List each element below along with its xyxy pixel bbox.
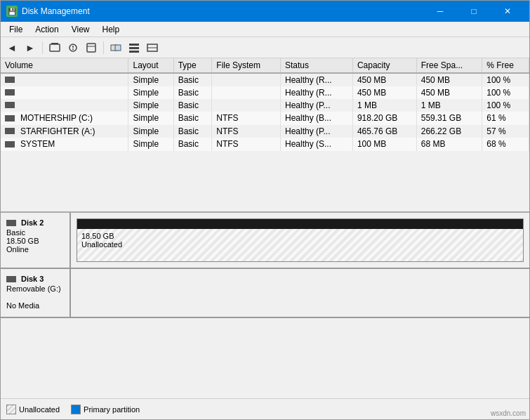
disk-3-name: Disk 3 xyxy=(6,275,64,283)
toolbar: ◄ ► xyxy=(1,37,529,58)
disk-2-entry: Disk 2 Basic 18.50 GB Online 18.50 GB Un… xyxy=(1,213,529,269)
toolbar-btn-5[interactable] xyxy=(126,40,143,55)
minimize-button[interactable]: ─ xyxy=(424,4,456,18)
cell-status: Healthy (B... xyxy=(281,112,353,125)
cell-pct: 100 % xyxy=(482,99,529,112)
svg-point-4 xyxy=(72,48,74,50)
col-type: Type xyxy=(173,58,212,73)
cell-free: 559.31 GB xyxy=(416,112,482,125)
disk-3-partitions xyxy=(71,269,529,317)
cell-type: Basic xyxy=(173,73,212,86)
partition-type: Unallocated xyxy=(81,240,519,249)
cell-free: 450 MB xyxy=(416,73,482,86)
partition-unallocated-label: 18.50 GB Unallocated xyxy=(77,229,523,251)
toolbar-separator-2 xyxy=(103,41,104,54)
svg-rect-5 xyxy=(87,44,95,52)
legend-primary-label: Primary partition xyxy=(84,405,140,414)
table-row[interactable]: SimpleBasicHealthy (R...450 MB450 MB100 … xyxy=(1,73,529,86)
cell-filesystem xyxy=(212,99,281,112)
cell-free: 68 MB xyxy=(416,138,482,151)
table-row[interactable]: SYSTEMSimpleBasicNTFSHealthy (S...100 MB… xyxy=(1,138,529,151)
cell-type: Basic xyxy=(173,86,212,99)
disk-2-name-text: Disk 2 xyxy=(21,218,44,227)
cell-pct: 100 % xyxy=(482,73,529,86)
legend-unallocated-box xyxy=(6,405,16,414)
cell-pct: 61 % xyxy=(482,112,529,125)
disk-2-status: Online xyxy=(6,245,64,254)
toolbar-btn-3[interactable] xyxy=(83,40,100,55)
cell-filesystem xyxy=(212,86,281,99)
cell-type: Basic xyxy=(173,112,212,125)
table-row[interactable]: STARFIGHTER (A:)SimpleBasicNTFSHealthy (… xyxy=(1,125,529,138)
main-content: Volume Layout Type File System Status Ca… xyxy=(1,58,529,398)
disk-3-label: Disk 3 Removable (G:) No Media xyxy=(1,269,71,317)
partition-unallocated[interactable]: 18.50 GB Unallocated xyxy=(77,218,524,262)
cell-capacity: 918.20 GB xyxy=(352,112,416,125)
menu-view[interactable]: View xyxy=(66,23,95,36)
cell-capacity: 100 MB xyxy=(352,138,416,151)
disk-2-partitions: 18.50 GB Unallocated xyxy=(71,213,529,268)
cell-layout: Simple xyxy=(128,86,173,99)
cell-status: Healthy (P... xyxy=(281,125,353,138)
cell-pct: 57 % xyxy=(482,125,529,138)
disk-2-type: Basic xyxy=(6,228,64,237)
disk-2-size: 18.50 GB xyxy=(6,237,64,245)
disk-map[interactable]: Disk 2 Basic 18.50 GB Online 18.50 GB Un… xyxy=(1,213,529,398)
window-title: Disk Management xyxy=(22,6,90,16)
disk-3-type: Removable (G:) xyxy=(6,284,64,293)
toolbar-btn-2[interactable] xyxy=(65,40,81,55)
svg-rect-8 xyxy=(115,45,121,51)
table-row[interactable]: SimpleBasicHealthy (R...450 MB450 MB100 … xyxy=(1,86,529,99)
cell-volume xyxy=(1,73,128,86)
volume-table-area[interactable]: Volume Layout Type File System Status Ca… xyxy=(1,58,529,213)
disk-3-size xyxy=(6,293,64,301)
cell-free: 266.22 GB xyxy=(416,125,482,138)
toolbar-forward[interactable]: ► xyxy=(22,40,39,55)
toolbar-back[interactable]: ◄ xyxy=(4,40,20,55)
col-volume: Volume xyxy=(1,58,128,73)
cell-filesystem: NTFS xyxy=(212,138,281,151)
cell-status: Healthy (R... xyxy=(281,86,353,99)
svg-rect-0 xyxy=(50,44,60,51)
partition-top-bar xyxy=(77,219,523,229)
disk-map-wrapper: Disk 2 Basic 18.50 GB Online 18.50 GB Un… xyxy=(1,213,529,398)
disk-2-name: Disk 2 xyxy=(6,218,64,227)
cell-free: 450 MB xyxy=(416,86,482,99)
cell-pct: 68 % xyxy=(482,138,529,151)
col-free: Free Spa... xyxy=(416,58,482,73)
legend-primary: Primary partition xyxy=(71,405,140,414)
cell-type: Basic xyxy=(173,125,212,138)
menu-help[interactable]: Help xyxy=(97,23,126,36)
cell-volume: STARFIGHTER (A:) xyxy=(1,125,128,138)
toolbar-btn-1[interactable] xyxy=(46,40,63,55)
partition-size: 18.50 GB xyxy=(81,232,519,240)
cell-layout: Simple xyxy=(128,73,173,86)
menu-file[interactable]: File xyxy=(4,23,28,36)
cell-layout: Simple xyxy=(128,99,173,112)
col-status: Status xyxy=(281,58,353,73)
cell-filesystem xyxy=(212,73,281,86)
title-bar-left: 💾 Disk Management xyxy=(6,6,90,17)
col-filesystem: File System xyxy=(212,58,281,73)
cell-filesystem: NTFS xyxy=(212,112,281,125)
legend-unallocated: Unallocated xyxy=(6,405,60,414)
svg-rect-10 xyxy=(129,47,139,49)
cell-status: Healthy (S... xyxy=(281,138,353,151)
menu-action[interactable]: Action xyxy=(29,23,64,36)
disk-3-entry: Disk 3 Removable (G:) No Media xyxy=(1,269,529,318)
cell-capacity: 465.76 GB xyxy=(352,125,416,138)
title-bar: 💾 Disk Management ─ □ ✕ xyxy=(1,1,529,22)
toolbar-btn-4[interactable] xyxy=(107,40,124,55)
table-row[interactable]: SimpleBasicHealthy (P...1 MB1 MB100 % xyxy=(1,99,529,112)
svg-rect-9 xyxy=(129,44,139,46)
watermark: wsxdn.com xyxy=(491,409,526,417)
toolbar-btn-6[interactable] xyxy=(144,40,161,55)
col-capacity: Capacity xyxy=(352,58,416,73)
maximize-button[interactable]: □ xyxy=(458,4,490,18)
cell-layout: Simple xyxy=(128,112,173,125)
cell-filesystem: NTFS xyxy=(212,125,281,138)
close-button[interactable]: ✕ xyxy=(491,4,524,18)
disk-2-label: Disk 2 Basic 18.50 GB Online xyxy=(1,213,71,268)
table-row[interactable]: MOTHERSHIP (C:)SimpleBasicNTFSHealthy (B… xyxy=(1,112,529,125)
legend-primary-box xyxy=(71,405,81,414)
